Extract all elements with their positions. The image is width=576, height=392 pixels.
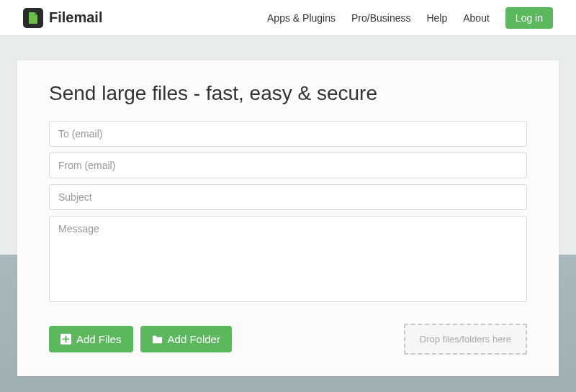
svg-rect-2 (63, 339, 69, 340)
add-folder-button[interactable]: Add Folder (140, 326, 232, 352)
plus-square-icon (60, 334, 71, 345)
dropzone[interactable]: Drop files/folders here (404, 324, 527, 355)
login-button[interactable]: Log in (505, 7, 553, 29)
actions-row: Add Files Add Folder Drop files/folders … (49, 324, 527, 355)
header: Filemail Apps & Plugins Pro/Business Hel… (0, 0, 576, 36)
from-email-input[interactable] (49, 152, 527, 178)
add-files-button[interactable]: Add Files (49, 326, 133, 352)
nav-apps-plugins[interactable]: Apps & Plugins (267, 12, 336, 24)
subject-input[interactable] (49, 184, 527, 210)
send-card: Send large files - fast, easy & secure A… (17, 60, 559, 376)
nav-help[interactable]: Help (426, 12, 447, 24)
to-email-input[interactable] (49, 121, 527, 147)
logo-text: Filemail (49, 9, 102, 26)
button-group: Add Files Add Folder (49, 326, 232, 352)
folder-icon (152, 334, 163, 345)
logo[interactable]: Filemail (23, 8, 102, 28)
logo-icon (23, 8, 43, 28)
message-textarea[interactable] (49, 216, 527, 302)
page-title: Send large files - fast, easy & secure (49, 82, 527, 105)
nav-about[interactable]: About (463, 12, 490, 24)
add-files-label: Add Files (76, 333, 122, 345)
nav-pro-business[interactable]: Pro/Business (351, 12, 410, 24)
add-folder-label: Add Folder (168, 333, 220, 345)
nav: Apps & Plugins Pro/Business Help About L… (267, 7, 553, 29)
